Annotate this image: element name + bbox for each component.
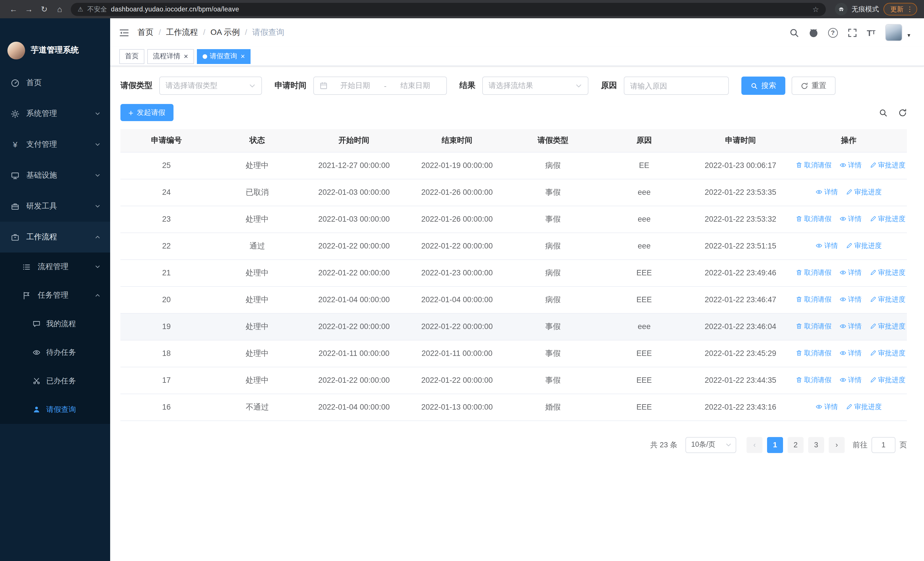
breadcrumb-item[interactable]: 工作流程 (159, 27, 198, 38)
tab-home[interactable]: 首页 (119, 49, 144, 64)
approval-progress-button[interactable]: 审批进度 (870, 375, 906, 385)
forward-icon[interactable]: → (21, 0, 36, 18)
detail-button[interactable]: 详情 (840, 322, 862, 331)
menu-dots-icon[interactable]: ⋮ (906, 5, 913, 13)
briefcase-icon (11, 233, 20, 241)
approval-progress-button[interactable]: 审批进度 (870, 214, 906, 224)
breadcrumb-item[interactable]: 首页 (138, 27, 153, 38)
pen-icon (870, 162, 876, 169)
cancel-leave-button[interactable]: 取消请假 (796, 161, 831, 170)
font-size-icon[interactable]: TT (867, 28, 876, 37)
cancel-leave-button[interactable]: 取消请假 (796, 295, 831, 304)
sidebar-item-process-mgmt[interactable]: 流程管理 (0, 253, 110, 281)
cell-leave-type: 婚假 (508, 394, 598, 420)
home-icon[interactable]: ⌂ (52, 0, 68, 18)
user-avatar[interactable] (885, 24, 902, 41)
fullscreen-icon[interactable] (847, 28, 857, 38)
create-leave-button[interactable]: + 发起请假 (120, 104, 174, 121)
cell-reason: EEE (598, 286, 691, 313)
cancel-leave-button[interactable]: 取消请假 (796, 214, 831, 224)
detail-button[interactable]: 详情 (816, 402, 838, 412)
prev-page-button[interactable]: ‹ (747, 437, 762, 453)
github-icon[interactable] (808, 28, 818, 38)
cell-end-time: 2022-01-26 00:00:00 (406, 179, 508, 206)
bookmark-star-icon[interactable]: ☆ (812, 5, 819, 14)
approval-progress-button[interactable]: 审批进度 (870, 161, 906, 170)
sidebar-item-home[interactable]: 首页 (0, 68, 110, 98)
address-bar[interactable]: ⚠ 不安全 dashboard.yudao.iocoder.cn/bpm/oa/… (71, 3, 826, 16)
cancel-leave-button[interactable]: 取消请假 (796, 375, 831, 385)
approval-progress-button[interactable]: 审批进度 (870, 322, 906, 331)
cancel-leave-button[interactable]: 取消请假 (796, 349, 831, 358)
detail-button[interactable]: 详情 (816, 241, 838, 251)
sidebar-item-task-mgmt[interactable]: 任务管理 (0, 281, 110, 310)
cell-start-time: 2022-01-04 00:00:00 (302, 394, 406, 420)
tab-process-detail[interactable]: 流程详情 × (147, 49, 194, 64)
approval-progress-button[interactable]: 审批进度 (870, 295, 906, 304)
detail-button[interactable]: 详情 (840, 214, 862, 224)
detail-button[interactable]: 详情 (840, 295, 862, 304)
detail-button[interactable]: 详情 (840, 161, 862, 170)
pen-icon (870, 216, 876, 223)
reload-icon[interactable]: ↻ (36, 0, 52, 18)
detail-button[interactable]: 详情 (816, 187, 838, 197)
page-size-value: 10条/页 (691, 440, 716, 450)
approval-progress-button[interactable]: 审批进度 (846, 402, 882, 412)
tab-leave-query[interactable]: 请假查询 × (196, 49, 250, 64)
sidebar-item-todo-tasks[interactable]: 待办任务 (0, 338, 110, 367)
result-select[interactable]: 请选择流结果 (482, 77, 588, 95)
detail-button[interactable]: 详情 (840, 268, 862, 278)
approval-progress-button[interactable]: 审批进度 (870, 268, 906, 278)
page-button-1[interactable]: 1 (767, 437, 783, 453)
detail-button[interactable]: 详情 (840, 375, 862, 385)
cell-reason: EEE (598, 367, 691, 394)
table-row: 25 处理中 2021-12-27 00:00:00 2022-01-19 00… (120, 152, 907, 179)
approval-progress-button[interactable]: 审批进度 (846, 187, 882, 197)
pen-icon (870, 296, 876, 303)
help-icon[interactable]: ? (828, 28, 837, 38)
page-size-select[interactable]: 10条/页 (686, 437, 736, 453)
search-toggle-icon[interactable] (879, 108, 888, 117)
refresh-icon[interactable] (898, 108, 907, 117)
cell-apply-id: 25 (120, 152, 212, 179)
reason-label: 原因 (601, 81, 617, 91)
table-row: 20 处理中 2022-01-04 00:00:00 2022-01-04 00… (120, 286, 907, 313)
date-range-picker[interactable]: 开始日期 - 结束日期 (314, 77, 447, 95)
sidebar-item-workflow[interactable]: 工作流程 (0, 222, 110, 253)
sidebar-item-leave-query[interactable]: 请假查询 (0, 396, 110, 424)
sidebar-item-payment-mgmt[interactable]: ¥ 支付管理 (0, 129, 110, 160)
column-header: 操作 (790, 129, 907, 152)
cancel-leave-button[interactable]: 取消请假 (796, 268, 831, 278)
trash-icon (796, 350, 802, 357)
reason-input[interactable] (624, 77, 729, 95)
search-button[interactable]: 搜索 (741, 77, 785, 95)
hamburger-icon[interactable] (119, 28, 129, 37)
close-icon[interactable]: × (240, 53, 245, 60)
sidebar-item-my-process[interactable]: 我的流程 (0, 310, 110, 338)
approval-progress-button[interactable]: 审批进度 (846, 241, 882, 251)
leave-type-select[interactable]: 请选择请假类型 (159, 77, 262, 95)
search-icon[interactable] (789, 28, 799, 38)
next-page-button[interactable]: › (829, 437, 844, 453)
table-body: 25 处理中 2021-12-27 00:00:00 2022-01-19 00… (120, 152, 907, 420)
sidebar-item-infrastructure[interactable]: 基础设施 (0, 160, 110, 191)
chrome-update-button[interactable]: 更新 ⋮ (884, 3, 917, 15)
sidebar-item-dev-tools[interactable]: 研发工具 (0, 191, 110, 222)
breadcrumb-item[interactable]: OA 示例 (203, 27, 240, 38)
goto-page-input[interactable] (872, 437, 896, 453)
cell-apply-id: 20 (120, 286, 212, 313)
caret-down-icon[interactable]: ▾ (908, 32, 910, 41)
close-icon[interactable]: × (184, 53, 188, 60)
cancel-leave-button[interactable]: 取消请假 (796, 322, 831, 331)
range-separator: - (383, 81, 388, 90)
reset-button[interactable]: 重置 (792, 77, 836, 95)
page-button-3[interactable]: 3 (808, 437, 824, 453)
sidebar-item-done-tasks[interactable]: 已办任务 (0, 367, 110, 396)
page-button-2[interactable]: 2 (788, 437, 804, 453)
detail-button[interactable]: 详情 (840, 349, 862, 358)
sidebar-item-system-mgmt[interactable]: 系统管理 (0, 98, 110, 129)
approval-progress-button[interactable]: 审批进度 (870, 349, 906, 358)
sidebar-item-label: 工作流程 (26, 232, 57, 242)
back-icon[interactable]: ← (6, 0, 21, 18)
cell-reason: eee (598, 206, 691, 233)
